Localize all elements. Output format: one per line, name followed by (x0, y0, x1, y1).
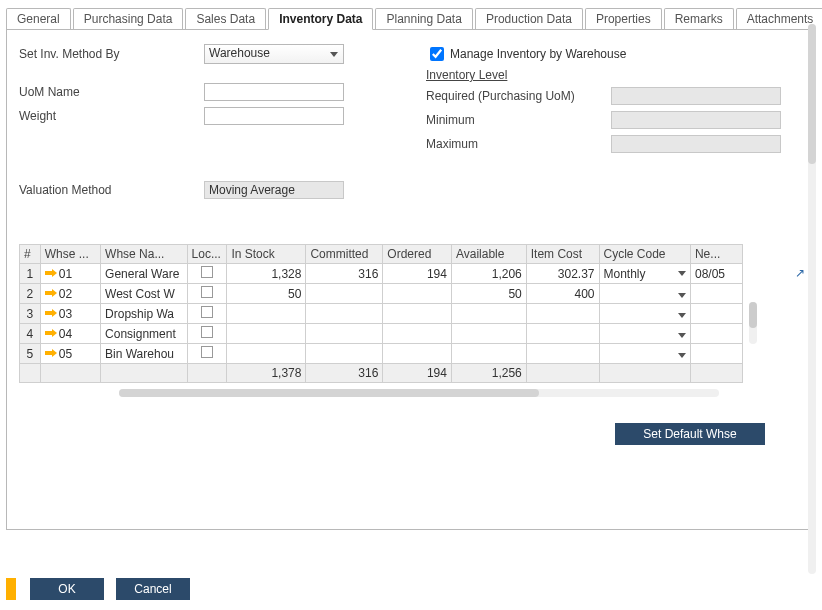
locked-checkbox[interactable] (201, 266, 213, 278)
cell-locked[interactable] (187, 284, 227, 304)
required-field (611, 87, 781, 105)
cell-locked[interactable] (187, 324, 227, 344)
link-arrow-icon[interactable] (45, 309, 57, 319)
cancel-button[interactable]: Cancel (116, 578, 190, 600)
total-committed: 316 (306, 364, 383, 383)
chevron-down-icon[interactable] (678, 353, 686, 358)
set-inv-method-select[interactable]: Warehouse (204, 44, 344, 64)
window-v-scrollbar[interactable] (808, 24, 816, 574)
table-row[interactable]: 505Bin Warehou (20, 344, 743, 364)
cell-committed (306, 344, 383, 364)
cell-cycle-code[interactable]: Monthly (599, 264, 690, 284)
cell-whse-code[interactable]: 05 (40, 344, 100, 364)
link-arrow-icon[interactable] (45, 269, 57, 279)
cell-in-stock (227, 304, 306, 324)
col-locked[interactable]: Loc... (187, 245, 227, 264)
cell-whse-code[interactable]: 03 (40, 304, 100, 324)
col-available[interactable]: Available (451, 245, 526, 264)
valuation-method-value: Moving Average (209, 183, 295, 197)
cell-available (451, 324, 526, 344)
link-arrow-icon[interactable] (45, 349, 57, 359)
form-grid: Set Inv. Method By Warehouse UoM Name We… (19, 44, 803, 204)
chevron-down-icon[interactable] (678, 333, 686, 338)
set-default-whse-button[interactable]: Set Default Whse (615, 423, 765, 445)
minimum-field (611, 111, 781, 129)
cell-whse-name: General Ware (101, 264, 188, 284)
table-row[interactable]: 404Consignment (20, 324, 743, 344)
valuation-method-field: Moving Average (204, 181, 344, 199)
cell-ordered (383, 324, 452, 344)
cell-cycle-code[interactable] (599, 284, 690, 304)
tab-inventory[interactable]: Inventory Data (268, 8, 373, 30)
col-next[interactable]: Ne... (690, 245, 742, 264)
cell-committed: 316 (306, 264, 383, 284)
table-row[interactable]: 303Dropship Wa (20, 304, 743, 324)
cell-committed (306, 284, 383, 304)
footer-buttons: OK Cancel (6, 578, 190, 600)
col-in-stock[interactable]: In Stock (227, 245, 306, 264)
cell-whse-code[interactable]: 01 (40, 264, 100, 284)
table-v-scrollbar[interactable] (749, 302, 757, 344)
cell-item-cost: 302.37 (526, 264, 599, 284)
form-col-left: Set Inv. Method By Warehouse UoM Name We… (19, 44, 396, 204)
table-h-scrollbar[interactable] (119, 389, 719, 397)
total-available: 1,256 (451, 364, 526, 383)
cell-locked[interactable] (187, 344, 227, 364)
cell-locked[interactable] (187, 264, 227, 284)
link-arrow-icon[interactable] (45, 329, 57, 339)
footer-handle-icon (6, 578, 16, 600)
uom-name-input[interactable] (204, 83, 344, 101)
inventory-tab-content: Set Inv. Method By Warehouse UoM Name We… (6, 30, 816, 530)
tab-production[interactable]: Production Data (475, 8, 583, 29)
locked-checkbox[interactable] (201, 326, 213, 338)
inventory-window: General Purchasing Data Sales Data Inven… (0, 0, 822, 610)
cell-locked[interactable] (187, 304, 227, 324)
cell-cycle-code[interactable] (599, 324, 690, 344)
tab-general[interactable]: General (6, 8, 71, 29)
warehouse-table: # Whse ... Whse Na... Loc... In Stock Co… (19, 244, 743, 383)
cell-ordered (383, 344, 452, 364)
cell-available (451, 304, 526, 324)
cell-cycle-code[interactable] (599, 344, 690, 364)
cell-ordered: 194 (383, 264, 452, 284)
chevron-down-icon[interactable] (678, 293, 686, 298)
cell-in-stock: 1,328 (227, 264, 306, 284)
col-item-cost[interactable]: Item Cost (526, 245, 599, 264)
cell-whse-name: Dropship Wa (101, 304, 188, 324)
set-inv-method-value: Warehouse (209, 46, 270, 60)
chevron-down-icon[interactable] (678, 313, 686, 318)
col-whse-name[interactable]: Whse Na... (101, 245, 188, 264)
row-index: 1 (20, 264, 41, 284)
cell-whse-code[interactable]: 04 (40, 324, 100, 344)
col-cycle-code[interactable]: Cycle Code (599, 245, 690, 264)
col-ordered[interactable]: Ordered (383, 245, 452, 264)
col-idx[interactable]: # (20, 245, 41, 264)
weight-label: Weight (19, 109, 204, 123)
tab-sales[interactable]: Sales Data (185, 8, 266, 29)
locked-checkbox[interactable] (201, 346, 213, 358)
row-index: 2 (20, 284, 41, 304)
cell-cycle-code[interactable] (599, 304, 690, 324)
locked-checkbox[interactable] (201, 306, 213, 318)
col-whse-code[interactable]: Whse ... (40, 245, 100, 264)
cell-item-cost (526, 344, 599, 364)
cell-ordered (383, 304, 452, 324)
cell-in-stock (227, 324, 306, 344)
cell-available: 1,206 (451, 264, 526, 284)
table-row[interactable]: 202West Cost W5050400 (20, 284, 743, 304)
tab-remarks[interactable]: Remarks (664, 8, 734, 29)
cell-whse-code[interactable]: 02 (40, 284, 100, 304)
chevron-down-icon[interactable] (678, 271, 686, 276)
grid-popout-icon[interactable]: ↗ (795, 266, 805, 280)
link-arrow-icon[interactable] (45, 289, 57, 299)
weight-input[interactable] (204, 107, 344, 125)
tab-purchasing[interactable]: Purchasing Data (73, 8, 184, 29)
locked-checkbox[interactable] (201, 286, 213, 298)
cell-in-stock (227, 344, 306, 364)
col-committed[interactable]: Committed (306, 245, 383, 264)
ok-button[interactable]: OK (30, 578, 104, 600)
manage-by-whse-checkbox[interactable] (430, 47, 444, 61)
table-row[interactable]: 101General Ware1,3283161941,206302.37Mon… (20, 264, 743, 284)
tab-planning[interactable]: Planning Data (375, 8, 472, 29)
tab-properties[interactable]: Properties (585, 8, 662, 29)
